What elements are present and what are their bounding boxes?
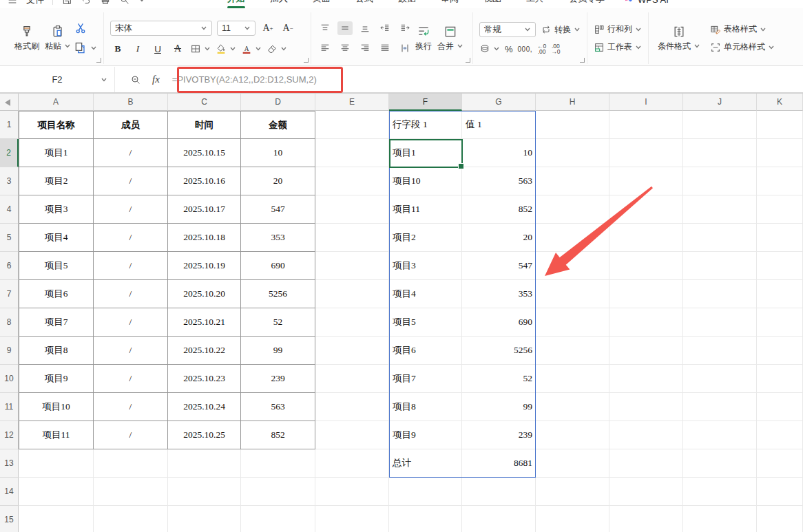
cell-D14[interactable]	[241, 478, 315, 506]
cell-D15[interactable]	[241, 506, 315, 532]
cell-D3[interactable]: 20	[241, 167, 315, 195]
cell-K1[interactable]	[757, 111, 803, 139]
clipboard-dialog-launcher[interactable]	[96, 58, 101, 63]
row-header-15[interactable]: 15	[0, 506, 19, 532]
paste-button[interactable]: 粘贴	[42, 25, 74, 52]
row-header-13[interactable]: 13	[0, 449, 19, 478]
cell-J11[interactable]	[683, 393, 757, 421]
cell-F10[interactable]: 项目7	[389, 365, 462, 393]
row-header-4[interactable]: 4	[0, 195, 19, 224]
cell-I3[interactable]	[609, 167, 683, 195]
cell-J15[interactable]	[683, 506, 757, 532]
cell-H3[interactable]	[536, 167, 609, 195]
cell-E7[interactable]	[315, 280, 389, 308]
cell-A7[interactable]: 项目6	[19, 280, 94, 308]
cell-C13[interactable]	[168, 449, 241, 478]
cell-I7[interactable]	[609, 280, 683, 308]
cell-A14[interactable]	[19, 478, 94, 506]
cell-H6[interactable]	[536, 252, 609, 280]
col-header-I[interactable]: I	[609, 94, 683, 111]
align-top-button[interactable]	[317, 21, 333, 35]
cell-F4[interactable]: 项目11	[389, 195, 462, 224]
cell-G4[interactable]: 852	[462, 195, 536, 224]
cell-F12[interactable]: 项目9	[389, 421, 462, 449]
decrease-indent-button[interactable]	[377, 21, 393, 35]
percent-button[interactable]: %	[505, 44, 513, 54]
col-header-J[interactable]: J	[683, 94, 757, 111]
cell-J13[interactable]	[683, 449, 757, 478]
decrease-decimal-button[interactable]: .00→0	[551, 43, 560, 54]
merge-cells-button[interactable]: 合并	[435, 25, 466, 52]
cell-I8[interactable]	[609, 308, 683, 337]
cell-A3[interactable]: 项目2	[19, 167, 94, 195]
cell-E1[interactable]	[315, 111, 389, 139]
bold-button[interactable]: B	[110, 42, 125, 56]
cell-I15[interactable]	[609, 506, 683, 532]
cell-E8[interactable]	[315, 308, 389, 337]
cell-B3[interactable]: /	[94, 167, 168, 195]
cell-C9[interactable]: 2025.10.22	[168, 337, 241, 365]
col-header-B[interactable]: B	[94, 94, 168, 111]
name-box-chevron[interactable]	[101, 76, 107, 83]
underline-button[interactable]: U	[150, 42, 165, 56]
italic-button[interactable]: I	[130, 42, 145, 56]
cell-C11[interactable]: 2025.10.24	[168, 393, 241, 421]
row-header-8[interactable]: 8	[0, 308, 19, 337]
file-menu[interactable]: 文件	[26, 0, 44, 6]
cell-C1[interactable]: 时间	[168, 111, 241, 139]
cell-I14[interactable]	[609, 478, 683, 506]
copy-chevron[interactable]	[90, 45, 97, 52]
cell-G5[interactable]: 20	[462, 224, 536, 252]
worksheet-button[interactable]: 工作表	[594, 41, 642, 53]
tab-1[interactable]: 开始	[227, 0, 246, 8]
cell-C5[interactable]: 2025.10.18	[168, 224, 241, 252]
col-header-E[interactable]: E	[315, 94, 389, 111]
cell-G10[interactable]: 52	[462, 365, 536, 393]
cell-D8[interactable]: 52	[241, 308, 315, 337]
cell-F7[interactable]: 项目4	[389, 280, 462, 308]
row-header-1[interactable]: 1	[0, 111, 19, 139]
tab-6[interactable]: 审阅	[440, 0, 459, 8]
row-header-5[interactable]: 5	[0, 224, 19, 252]
cell-I9[interactable]	[609, 337, 683, 365]
cell-K15[interactable]	[757, 506, 803, 532]
cell-D9[interactable]: 99	[241, 337, 315, 365]
tab-7[interactable]: 视图	[483, 0, 502, 8]
cell-J9[interactable]	[683, 337, 757, 365]
align-right-button[interactable]	[357, 41, 373, 55]
wrap-text-button[interactable]: 换行	[413, 25, 435, 52]
alignment-dialog-launcher[interactable]	[466, 58, 470, 63]
cell-F11[interactable]: 项目8	[389, 393, 462, 421]
cell-G2[interactable]: 10	[462, 139, 536, 167]
number-dialog-launcher[interactable]	[580, 58, 585, 63]
cell-G14[interactable]	[462, 478, 536, 506]
wps-ai-tab[interactable]: WPS AI	[623, 0, 669, 6]
cell-F14[interactable]	[389, 478, 462, 506]
cell-I2[interactable]	[609, 139, 683, 167]
cell-D5[interactable]: 353	[241, 224, 315, 252]
cell-D1[interactable]: 金额	[241, 111, 315, 139]
cell-J2[interactable]	[683, 139, 757, 167]
cell-G12[interactable]: 239	[462, 421, 536, 449]
cell-E3[interactable]	[315, 167, 389, 195]
row-header-10[interactable]: 10	[0, 365, 19, 393]
cell-G15[interactable]	[462, 506, 536, 532]
cell-G11[interactable]: 99	[462, 393, 536, 421]
cell-I5[interactable]	[609, 224, 683, 252]
more-commands-chevron[interactable]	[138, 0, 145, 3]
row-header-12[interactable]: 12	[0, 421, 19, 449]
cell-E4[interactable]	[315, 195, 389, 224]
cell-A12[interactable]: 项目11	[19, 421, 94, 449]
cut-icon[interactable]	[74, 21, 87, 35]
name-box[interactable]: F2	[0, 67, 115, 92]
cell-G7[interactable]: 353	[462, 280, 536, 308]
font-size-select[interactable]: 11	[217, 21, 255, 36]
cell-A6[interactable]: 项目5	[19, 252, 94, 280]
cell-K2[interactable]	[757, 139, 803, 167]
cell-K11[interactable]	[757, 393, 803, 421]
cell-J8[interactable]	[683, 308, 757, 337]
cell-H13[interactable]	[536, 449, 609, 478]
cell-B8[interactable]: /	[94, 308, 168, 337]
tab-2[interactable]: 插入	[269, 0, 289, 8]
cell-I10[interactable]	[609, 365, 683, 393]
